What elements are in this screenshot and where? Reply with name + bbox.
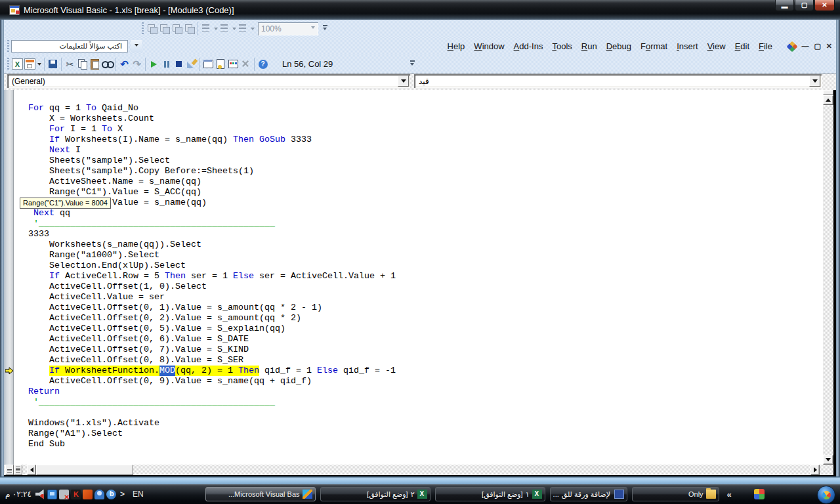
view-excel-icon[interactable]: X bbox=[12, 58, 23, 70]
start-button[interactable] bbox=[817, 486, 835, 504]
object-combo-dropdown-icon[interactable] bbox=[398, 75, 409, 87]
network-tray-icon[interactable] bbox=[47, 490, 57, 499]
scroll-right-icon[interactable] bbox=[810, 465, 820, 475]
toolbar-drag-handle[interactable] bbox=[142, 22, 144, 35]
help-icon[interactable] bbox=[257, 58, 268, 70]
properties-window-icon[interactable] bbox=[215, 58, 226, 70]
break-icon[interactable] bbox=[161, 58, 172, 70]
menu-item-format[interactable]: Format bbox=[636, 39, 672, 54]
copy-icon[interactable] bbox=[77, 58, 88, 70]
kaspersky-tray-icon[interactable] bbox=[71, 490, 81, 499]
scroll-down-icon[interactable] bbox=[823, 455, 833, 465]
volume-tray-icon[interactable] bbox=[35, 490, 45, 499]
zoom-value: 100% bbox=[258, 24, 308, 33]
taskbar-button[interactable]: [وضع التوافق]١ bbox=[435, 487, 545, 501]
quicklaunch-chevron[interactable]: « bbox=[727, 490, 732, 499]
find-icon[interactable] bbox=[102, 58, 113, 70]
taskbar-button[interactable]: ...[إعداد لإضافة ورقة للق bbox=[550, 487, 627, 501]
cut-icon[interactable]: ✂ bbox=[64, 58, 75, 70]
zoom-dropdown-icon[interactable] bbox=[308, 23, 318, 35]
insert-userform-icon[interactable] bbox=[24, 58, 35, 70]
same-size-dropdown-icon[interactable] bbox=[249, 23, 255, 34]
question-box-dropdown-icon[interactable] bbox=[131, 40, 142, 52]
maximize-button[interactable]: ▢ bbox=[795, 0, 814, 11]
full-module-view-icon[interactable] bbox=[14, 465, 22, 475]
menu-item-debug[interactable]: Debug bbox=[602, 39, 636, 54]
menu-item-run[interactable]: Run bbox=[577, 39, 602, 54]
bring-to-front-icon[interactable] bbox=[146, 23, 158, 34]
paste-icon[interactable] bbox=[89, 58, 100, 70]
vertical-scrollbar[interactable] bbox=[823, 90, 833, 465]
save-icon[interactable] bbox=[47, 58, 58, 70]
procedure-view-icon[interactable] bbox=[5, 465, 14, 475]
windows-flag-icon bbox=[820, 489, 832, 501]
close-button[interactable]: ✕ bbox=[814, 0, 835, 11]
vba-module-icon[interactable] bbox=[787, 41, 798, 52]
center-dropdown-icon[interactable] bbox=[231, 23, 237, 34]
menu-item-insert[interactable]: Insert bbox=[672, 39, 703, 54]
menu-item-add-ins[interactable]: Add-Ins bbox=[509, 39, 548, 54]
splitter-grip[interactable] bbox=[823, 90, 833, 95]
menu-item-file[interactable]: File bbox=[754, 39, 777, 54]
menu-item-help[interactable]: Help bbox=[443, 39, 470, 54]
toolbar-options-chevron[interactable] bbox=[408, 58, 416, 70]
menu-item-tools[interactable]: Tools bbox=[547, 39, 576, 54]
scroll-left-icon[interactable] bbox=[27, 465, 36, 475]
align-dropdown-icon[interactable] bbox=[213, 23, 219, 34]
mdi-minimize-icon[interactable]: — bbox=[801, 43, 808, 50]
code-line: If Worksheets(I).Name = s_name(qq) Then … bbox=[28, 135, 396, 145]
code-line: For qq = 1 To Qaid_No bbox=[28, 103, 396, 114]
vb-app-icon bbox=[9, 5, 20, 15]
insert-dropdown-icon[interactable] bbox=[36, 58, 42, 70]
code-line: Next qq bbox=[28, 208, 396, 219]
tray-expand-icon[interactable]: > bbox=[120, 490, 125, 499]
type-question-box[interactable]: اكتب سؤالاً للتعليمات bbox=[11, 40, 128, 52]
reset-icon[interactable] bbox=[173, 58, 184, 70]
media-quicklaunch-icon[interactable] bbox=[754, 489, 765, 499]
ungroup-icon[interactable] bbox=[184, 23, 195, 34]
title-bar: Microsoft Visual Basic - 1.xls [break] -… bbox=[0, 0, 840, 20]
send-to-back-icon[interactable] bbox=[159, 23, 170, 34]
toolbox-icon[interactable] bbox=[240, 58, 251, 70]
toolbar-drag-handle[interactable] bbox=[7, 58, 9, 71]
code-line: Sheets("sample").Select bbox=[28, 156, 396, 166]
disconnect-tray-icon[interactable] bbox=[59, 490, 69, 499]
procedure-combo-dropdown-icon[interactable] bbox=[809, 75, 820, 87]
object-browser-icon[interactable] bbox=[228, 58, 239, 70]
toolbar-options-chevron[interactable] bbox=[321, 23, 329, 34]
office-tray-icon[interactable] bbox=[83, 490, 93, 499]
taskbar-button[interactable]: ...Microsoft Visual Bas bbox=[205, 487, 316, 501]
menu-item-edit[interactable]: Edit bbox=[730, 39, 754, 54]
taskbar-clock[interactable]: ٠٢:٢٤ م bbox=[5, 490, 32, 499]
menu-item-window[interactable]: Window bbox=[469, 39, 509, 54]
horizontal-scroll-thumb[interactable] bbox=[36, 465, 133, 475]
run-icon[interactable] bbox=[148, 58, 159, 70]
mdi-restore-icon[interactable]: ▢ bbox=[814, 43, 820, 50]
menu-item-view[interactable]: View bbox=[703, 39, 730, 54]
language-indicator[interactable]: EN bbox=[133, 490, 144, 499]
code-line: ActiveCell.Offset(0, 2).Value = s_amount… bbox=[28, 313, 396, 324]
minimize-button[interactable]: ▬ bbox=[775, 0, 794, 11]
group-icon[interactable] bbox=[171, 23, 182, 34]
design-mode-icon[interactable] bbox=[186, 58, 197, 70]
taskbar-button[interactable]: Only bbox=[632, 487, 719, 501]
zoom-combo[interactable]: 100% bbox=[258, 22, 318, 35]
quick-launch bbox=[740, 489, 765, 499]
center-icon[interactable] bbox=[219, 23, 230, 34]
code-line: ActiveCell.Offset(0, 1).Value = s_amount… bbox=[28, 303, 396, 313]
messenger-tray-icon[interactable] bbox=[94, 490, 104, 499]
align-icon[interactable] bbox=[201, 23, 212, 34]
procedure-combo[interactable]: قيد bbox=[414, 74, 822, 88]
mdi-close-icon[interactable]: ✕ bbox=[826, 43, 832, 50]
browser-tray-icon[interactable] bbox=[106, 490, 116, 499]
code-line: ActiveCell.Offset(0, 9).Value = s_name(q… bbox=[28, 376, 396, 387]
make-same-size-icon[interactable] bbox=[238, 23, 249, 34]
redo-icon[interactable]: ↷ bbox=[131, 58, 142, 70]
question-box-drag-handle[interactable] bbox=[7, 40, 9, 53]
project-explorer-icon[interactable] bbox=[203, 58, 214, 70]
object-combo[interactable]: (General) bbox=[7, 74, 410, 88]
scroll-up-icon[interactable] bbox=[823, 95, 833, 105]
undo-icon[interactable]: ↶ bbox=[119, 58, 130, 70]
browser-quicklaunch-icon[interactable] bbox=[740, 489, 750, 499]
taskbar-button[interactable]: [وضع التوافق]٢ bbox=[320, 487, 430, 501]
